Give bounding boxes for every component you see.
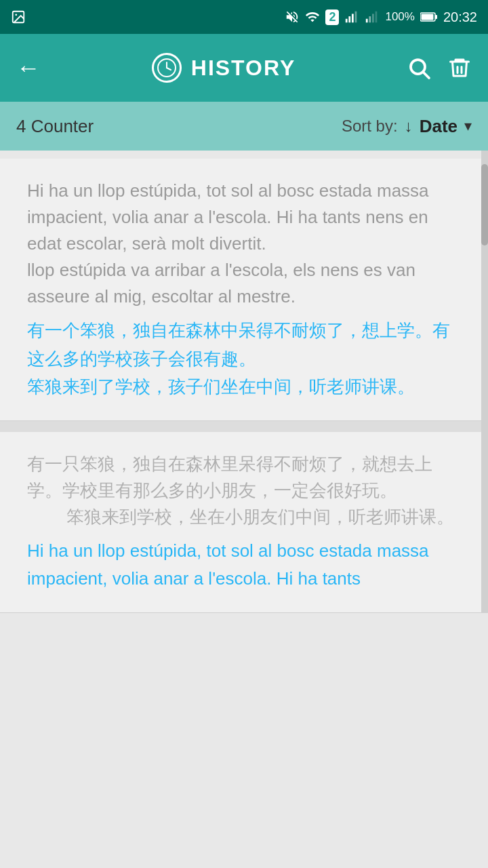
history-item-2-grey-text: 有一只笨狼，独自在森林里呆得不耐烦了，就想去上学。学校里有那么多的小朋友，一定会… bbox=[27, 451, 454, 530]
app-bar: ← HISTORY bbox=[0, 34, 488, 102]
svg-line-17 bbox=[424, 73, 429, 78]
battery-icon bbox=[420, 12, 438, 22]
status-right-icons: 2 100% 20:32 bbox=[285, 9, 477, 25]
history-item-1: Hi ha un llop estúpida, tot sol al bosc … bbox=[0, 159, 481, 421]
svg-rect-9 bbox=[375, 12, 378, 23]
status-time: 20:32 bbox=[443, 9, 477, 25]
sort-dropdown-icon[interactable]: ▾ bbox=[464, 117, 472, 135]
app-bar-title: HISTORY bbox=[191, 56, 296, 81]
clock-icon bbox=[152, 53, 182, 83]
battery-percent: 100% bbox=[385, 10, 414, 24]
svg-line-15 bbox=[167, 68, 171, 70]
status-left-icons bbox=[11, 9, 26, 24]
sort-bar: 4 Counter Sort by: ↓ Date ▾ bbox=[0, 102, 488, 151]
svg-rect-3 bbox=[349, 16, 351, 22]
counter-label: 4 Counter bbox=[16, 116, 94, 137]
sort-value[interactable]: Date bbox=[420, 116, 458, 137]
search-icon[interactable] bbox=[407, 56, 431, 80]
svg-point-1 bbox=[15, 14, 17, 16]
history-item-1-grey-text: Hi ha un llop estúpida, tot sol al bosc … bbox=[27, 178, 454, 310]
scrollbar-thumb[interactable] bbox=[481, 164, 488, 245]
svg-rect-5 bbox=[355, 12, 357, 23]
back-button[interactable]: ← bbox=[16, 54, 41, 82]
photo-icon bbox=[11, 9, 26, 24]
sort-controls[interactable]: Sort by: ↓ Date ▾ bbox=[342, 116, 472, 137]
sim-badge: 2 bbox=[325, 9, 339, 25]
history-item-1-blue-text: 有一个笨狼，独自在森林中呆得不耐烦了，想上学。有这么多的学校孩子会很有趣。笨狼来… bbox=[27, 317, 454, 401]
history-list: Hi ha un llop estúpida, tot sol al bosc … bbox=[0, 151, 481, 613]
svg-rect-8 bbox=[372, 14, 374, 22]
svg-rect-11 bbox=[421, 14, 433, 20]
wifi-icon bbox=[305, 9, 320, 24]
svg-rect-4 bbox=[352, 14, 354, 22]
sort-direction-icon[interactable]: ↓ bbox=[405, 117, 413, 136]
item-divider bbox=[0, 421, 481, 432]
signal-icon bbox=[344, 9, 359, 24]
history-item-2: 有一只笨狼，独自在森林里呆得不耐烦了，就想去上学。学校里有那么多的小朋友，一定会… bbox=[0, 432, 481, 613]
svg-rect-6 bbox=[366, 19, 368, 23]
status-bar: 2 100% 20:32 bbox=[0, 0, 488, 34]
content-area: Hi ha un llop estúpida, tot sol al bosc … bbox=[0, 151, 488, 613]
svg-rect-12 bbox=[435, 15, 437, 19]
mute-icon bbox=[285, 9, 300, 24]
sim-signal-icon bbox=[365, 9, 380, 24]
history-item-2-blue-text: Hi ha un llop estúpida, tot sol al bosc … bbox=[27, 537, 454, 593]
sort-by-label: Sort by: bbox=[342, 117, 398, 136]
scrollbar[interactable] bbox=[481, 151, 488, 613]
svg-rect-7 bbox=[369, 16, 371, 22]
delete-icon[interactable] bbox=[447, 56, 472, 80]
svg-rect-2 bbox=[346, 19, 348, 23]
app-bar-center: HISTORY bbox=[152, 53, 296, 83]
